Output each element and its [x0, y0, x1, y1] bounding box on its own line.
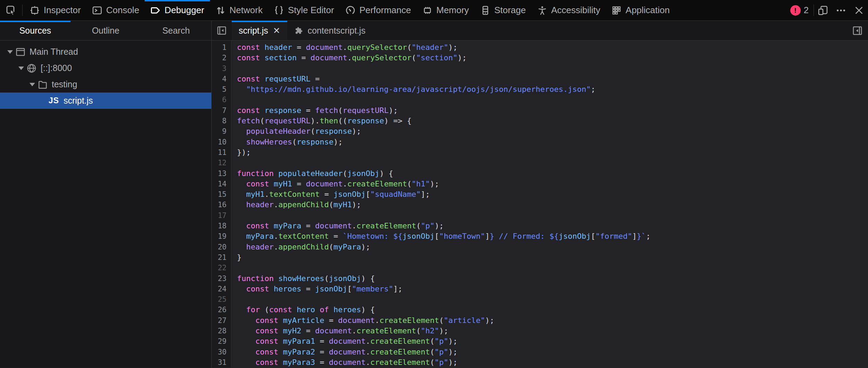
line-number[interactable]: 13	[212, 168, 231, 179]
line-number[interactable]: 15	[212, 189, 231, 200]
code-line[interactable]: const myPara1 = document.createElement("…	[237, 336, 868, 347]
source-tab-script-js[interactable]: script.js✕	[232, 21, 287, 40]
toolbox-tab-storage[interactable]: Storage	[475, 0, 531, 20]
code-line[interactable]: const myPara3 = document.createElement("…	[237, 357, 868, 368]
panel-tab-outline[interactable]: Outline	[70, 21, 141, 40]
code-line[interactable]: const requestURL =	[237, 74, 868, 84]
tree-item-main-thread[interactable]: Main Thread	[0, 44, 211, 60]
panel-tab-search[interactable]: Search	[141, 21, 211, 40]
code-line[interactable]	[237, 95, 868, 105]
code-line[interactable]: for (const hero of heroes) {	[237, 305, 868, 315]
node-picker-button[interactable]	[0, 0, 22, 20]
code-line[interactable]	[237, 294, 868, 305]
line-number[interactable]: 7	[212, 105, 231, 116]
code-line[interactable]: const myH1 = document.createElement("h1"…	[237, 179, 868, 189]
toolbox-meatball-menu-button[interactable]	[832, 0, 850, 20]
toolbox-tab-network[interactable]: Network	[210, 0, 268, 20]
code-line[interactable]: fetch(requestURL).then((response) => {	[237, 116, 868, 126]
code-line[interactable]: const myPara = document.createElement("p…	[237, 221, 868, 231]
line-number[interactable]: 25	[212, 294, 231, 305]
line-number[interactable]: 12	[212, 158, 231, 168]
line-number[interactable]: 11	[212, 147, 231, 158]
toolbox-tab-memory[interactable]: Memory	[417, 0, 475, 20]
line-number[interactable]: 22	[212, 263, 231, 273]
debugger-icon	[150, 5, 161, 16]
code-token: const	[255, 337, 278, 345]
code-line[interactable]: const myArticle = document.createElement…	[237, 315, 868, 326]
editor-gutter[interactable]: 1234567891011121314151617181920212223242…	[212, 41, 231, 368]
line-number[interactable]: 30	[212, 347, 231, 357]
responsive-design-mode-button[interactable]	[814, 0, 832, 20]
line-number[interactable]: 21	[212, 252, 231, 263]
line-number[interactable]: 28	[212, 326, 231, 336]
line-number[interactable]: 16	[212, 200, 231, 210]
code-line[interactable]: const myH2 = document.createElement("h2"…	[237, 326, 868, 336]
toolbox-tab-performance[interactable]: Performance	[340, 0, 417, 20]
line-number[interactable]: 4	[212, 74, 231, 84]
expand-panes-button[interactable]	[846, 21, 868, 40]
line-number[interactable]: 6	[212, 95, 231, 105]
panel-tab-sources[interactable]: Sources	[0, 21, 70, 40]
code-line[interactable]: }	[237, 252, 868, 263]
line-number[interactable]: 9	[212, 126, 231, 137]
source-tab-contentscript-js[interactable]: contentscript.js	[287, 21, 373, 40]
code-line[interactable]: const response = fetch(requestURL);	[237, 105, 868, 116]
line-number[interactable]: 3	[212, 63, 231, 74]
twisty-expanded-icon[interactable]	[5, 50, 15, 54]
tree-item-script-js[interactable]: JSscript.js	[0, 93, 211, 109]
toolbox-tab-style-editor[interactable]: Style Editor	[268, 0, 340, 20]
code-token	[278, 326, 283, 335]
line-number[interactable]: 20	[212, 242, 231, 252]
code-line[interactable]: const section = document.querySelector("…	[237, 53, 868, 63]
line-number[interactable]: 19	[212, 231, 231, 242]
code-line[interactable]: const myPara2 = document.createElement("…	[237, 347, 868, 357]
line-number[interactable]: 24	[212, 284, 231, 294]
code-line[interactable]: const heroes = jsonObj["members"];	[237, 284, 868, 294]
tree-item-8000[interactable]: [::]:8000	[0, 60, 211, 76]
code-line[interactable]	[237, 263, 868, 273]
code-line[interactable]: function populateHeader(jsonObj) {	[237, 168, 868, 179]
code-line[interactable]: header.appendChild(myH1);	[237, 200, 868, 210]
twisty-expanded-icon[interactable]	[16, 67, 26, 70]
line-number[interactable]: 10	[212, 137, 231, 147]
line-number[interactable]: 27	[212, 315, 231, 326]
code-line[interactable]: const header = document.querySelector("h…	[237, 42, 868, 53]
code-token: myArticle	[283, 316, 324, 325]
line-number[interactable]: 5	[212, 84, 231, 95]
toolbox-tab-inspector[interactable]: Inspector	[24, 0, 86, 20]
code-editor[interactable]: 1234567891011121314151617181920212223242…	[212, 41, 868, 368]
code-line[interactable]	[237, 158, 868, 168]
error-count-badge[interactable]: ! 2	[785, 0, 814, 20]
line-number[interactable]: 18	[212, 221, 231, 231]
line-number[interactable]: 1	[212, 42, 231, 53]
source-list-toggle-button[interactable]	[212, 21, 232, 40]
editor-code[interactable]: const header = document.querySelector("h…	[231, 41, 868, 368]
toolbox-tab-console[interactable]: Console	[86, 0, 145, 20]
line-number[interactable]: 2	[212, 53, 231, 63]
twisty-expanded-icon[interactable]	[27, 83, 37, 86]
toolbox-tab-debugger[interactable]: Debugger	[145, 0, 210, 20]
line-number[interactable]: 29	[212, 336, 231, 347]
code-line[interactable]	[237, 210, 868, 221]
code-token: "h2"	[421, 326, 439, 335]
code-line[interactable]: header.appendChild(myPara);	[237, 242, 868, 252]
line-number[interactable]: 23	[212, 273, 231, 284]
close-tab-icon[interactable]: ✕	[272, 26, 280, 36]
code-line[interactable]: });	[237, 147, 868, 158]
code-line[interactable]: populateHeader(response);	[237, 126, 868, 137]
code-line[interactable]: myPara.textContent = `Hometown: ${jsonOb…	[237, 231, 868, 242]
close-devtools-button[interactable]	[850, 0, 868, 20]
tree-item-testing[interactable]: testing	[0, 76, 211, 93]
code-line[interactable]: showHeroes(response);	[237, 137, 868, 147]
code-line[interactable]: "https://mdn.github.io/learning-area/jav…	[237, 84, 868, 95]
toolbox-tab-accessibility[interactable]: Accessibility	[531, 0, 606, 20]
line-number[interactable]: 17	[212, 210, 231, 221]
code-line[interactable]: function showHeroes(jsonObj) {	[237, 273, 868, 284]
line-number[interactable]: 14	[212, 179, 231, 189]
code-line[interactable]: myH1.textContent = jsonObj["squadName"];	[237, 189, 868, 200]
toolbox-tab-application[interactable]: Application	[606, 0, 675, 20]
line-number[interactable]: 31	[212, 357, 231, 368]
code-line[interactable]	[237, 63, 868, 74]
line-number[interactable]: 26	[212, 305, 231, 315]
line-number[interactable]: 8	[212, 116, 231, 126]
